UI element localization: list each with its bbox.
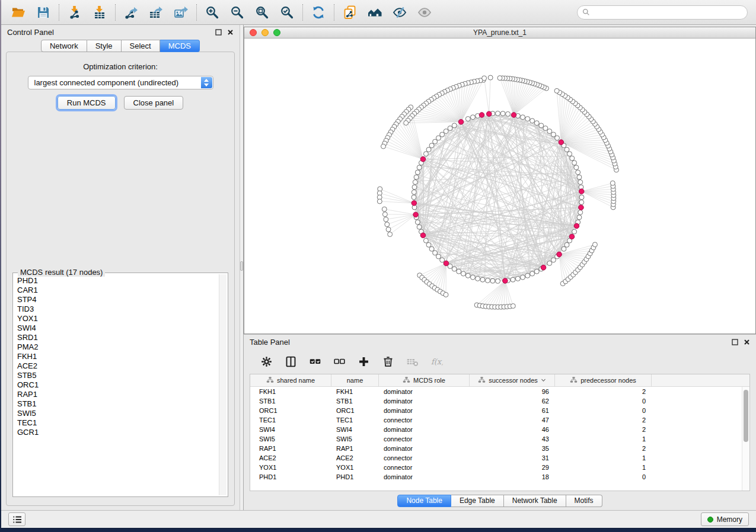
table-scrollbar-thumb[interactable] <box>744 390 748 442</box>
table-cell[interactable]: 2 <box>555 387 652 396</box>
table-cell[interactable]: 61 <box>470 406 555 415</box>
zoom-in-icon[interactable] <box>200 3 225 22</box>
tab-edge-table[interactable]: Edge Table <box>451 495 504 507</box>
table-cell[interactable]: 47 <box>470 415 555 425</box>
float-panel-icon[interactable] <box>215 29 222 36</box>
table-cell[interactable]: SWI4 <box>331 425 379 434</box>
tab-select[interactable]: Select <box>122 40 160 52</box>
table-cell[interactable]: FKH1 <box>331 387 379 396</box>
maximize-window-icon[interactable] <box>273 29 280 36</box>
table-cell[interactable]: YOX1 <box>331 463 379 472</box>
float-table-panel-icon[interactable] <box>731 339 738 346</box>
table-cell[interactable]: dominator <box>379 444 470 453</box>
mcds-result-item[interactable]: ACE2 <box>14 361 218 371</box>
table-cell[interactable]: 0 <box>555 472 652 482</box>
network-window-title-bar[interactable]: YPA_prune.txt_1 <box>244 27 755 39</box>
table-cell[interactable]: TEC1 <box>250 415 331 425</box>
table-cell[interactable]: dominator <box>379 396 470 406</box>
zoom-selected-icon[interactable] <box>275 3 299 22</box>
table-cell[interactable]: dominator <box>379 472 470 482</box>
table-cell[interactable]: 2 <box>555 444 652 453</box>
network-canvas[interactable] <box>244 39 755 334</box>
column-header-predecessor-nodes[interactable]: predecessor nodes <box>555 374 652 386</box>
mcds-result-item[interactable]: STB1 <box>14 399 218 409</box>
table-cell[interactable]: 62 <box>470 396 555 406</box>
mcds-result-item[interactable]: SRD1 <box>14 333 218 342</box>
table-cell[interactable]: ACE2 <box>331 453 379 463</box>
save-session-icon[interactable] <box>31 3 56 22</box>
mcds-result-item[interactable]: PHD1 <box>14 276 218 286</box>
mcds-result-item[interactable]: ORC1 <box>14 380 218 390</box>
mcds-result-item[interactable]: STB5 <box>14 371 218 380</box>
delete-rows-icon[interactable] <box>381 354 395 368</box>
zoom-out-icon[interactable] <box>225 3 250 22</box>
close-panel-button[interactable]: Close panel <box>124 96 184 110</box>
table-cell[interactable]: ORC1 <box>250 406 331 415</box>
table-cell[interactable]: RAP1 <box>250 444 331 453</box>
table-cell[interactable]: connector <box>379 415 470 425</box>
tab-node-table[interactable]: Node Table <box>397 495 451 507</box>
table-row[interactable]: TEC1TEC1connector472 <box>250 415 749 425</box>
table-cell[interactable]: 1 <box>555 463 652 472</box>
search-input[interactable] <box>590 7 742 18</box>
task-history-button[interactable] <box>8 512 25 526</box>
import-table-icon[interactable] <box>87 3 112 22</box>
mcds-result-item[interactable]: SWI4 <box>14 323 218 333</box>
clone-network-icon[interactable] <box>337 3 362 22</box>
table-cell[interactable]: SWI5 <box>331 434 379 444</box>
table-cell[interactable]: connector <box>379 434 470 444</box>
table-row[interactable]: SWI5SWI5connector431 <box>250 434 749 444</box>
panel-splitter[interactable] <box>240 25 244 510</box>
mcds-result-item[interactable]: STP4 <box>14 295 218 305</box>
table-cell[interactable]: YOX1 <box>250 463 331 472</box>
first-neighbors-icon[interactable] <box>362 3 387 22</box>
mcds-list-scrollbar[interactable] <box>219 274 227 495</box>
mcds-result-list[interactable]: PHD1CAR1STP4TID3YOX1SWI4SRD1PMA2FKH1ACE2… <box>14 274 218 495</box>
minimize-window-icon[interactable] <box>261 29 269 36</box>
open-file-icon[interactable] <box>6 3 31 22</box>
select-all-rows-icon[interactable] <box>308 354 322 368</box>
table-row[interactable]: YOX1YOX1connector291 <box>250 463 749 472</box>
close-window-icon[interactable] <box>250 29 257 36</box>
table-cell[interactable]: ACE2 <box>250 453 331 463</box>
hide-selected-icon[interactable] <box>387 3 412 22</box>
close-table-panel-icon[interactable] <box>743 339 750 346</box>
zoom-fit-icon[interactable] <box>250 3 275 22</box>
deselect-all-rows-icon[interactable] <box>332 354 346 368</box>
table-cell[interactable]: 1 <box>555 453 652 463</box>
tab-mcds[interactable]: MCDS <box>160 40 200 52</box>
export-table-icon[interactable] <box>143 3 168 22</box>
splitter-grip[interactable] <box>240 261 243 271</box>
table-cell[interactable]: TEC1 <box>331 415 379 425</box>
table-cell[interactable]: connector <box>379 463 470 472</box>
table-cell[interactable]: 96 <box>470 387 555 396</box>
import-network-icon[interactable] <box>62 3 87 22</box>
table-cell[interactable]: connector <box>379 453 470 463</box>
table-scrollbar[interactable] <box>742 387 749 491</box>
mcds-result-item[interactable]: RAP1 <box>14 390 218 399</box>
table-cell[interactable]: 29 <box>470 463 555 472</box>
table-cell[interactable]: RAP1 <box>331 444 379 453</box>
column-header-shared-name[interactable]: shared name <box>250 374 331 386</box>
table-cell[interactable]: 43 <box>470 434 555 444</box>
table-cell[interactable]: ORC1 <box>331 406 379 415</box>
table-cell[interactable]: 2 <box>555 415 652 425</box>
table-cell[interactable]: STB1 <box>250 396 331 406</box>
table-cell[interactable]: FKH1 <box>250 387 331 396</box>
add-column-icon[interactable] <box>356 354 371 368</box>
mcds-result-item[interactable]: TID3 <box>14 305 218 314</box>
table-row[interactable]: ORC1ORC1dominator610 <box>250 406 749 415</box>
column-header-successor-nodes[interactable]: successor nodes <box>470 374 555 386</box>
table-cell[interactable]: 35 <box>470 444 555 453</box>
network-graph[interactable] <box>244 39 755 334</box>
run-mcds-button[interactable]: Run MCDS <box>58 96 116 110</box>
column-header-MCDS-role[interactable]: MCDS role <box>379 374 470 386</box>
mcds-result-item[interactable]: GCR1 <box>14 428 218 437</box>
table-row[interactable]: RAP1RAP1dominator352 <box>250 444 749 453</box>
memory-button[interactable]: Memory <box>701 512 749 526</box>
table-cell[interactable]: PHD1 <box>331 472 379 482</box>
tab-network[interactable]: Network <box>41 40 87 52</box>
table-cell[interactable]: SWI4 <box>250 425 331 434</box>
table-cell[interactable]: 2 <box>555 425 652 434</box>
table-cell[interactable]: dominator <box>379 387 470 396</box>
